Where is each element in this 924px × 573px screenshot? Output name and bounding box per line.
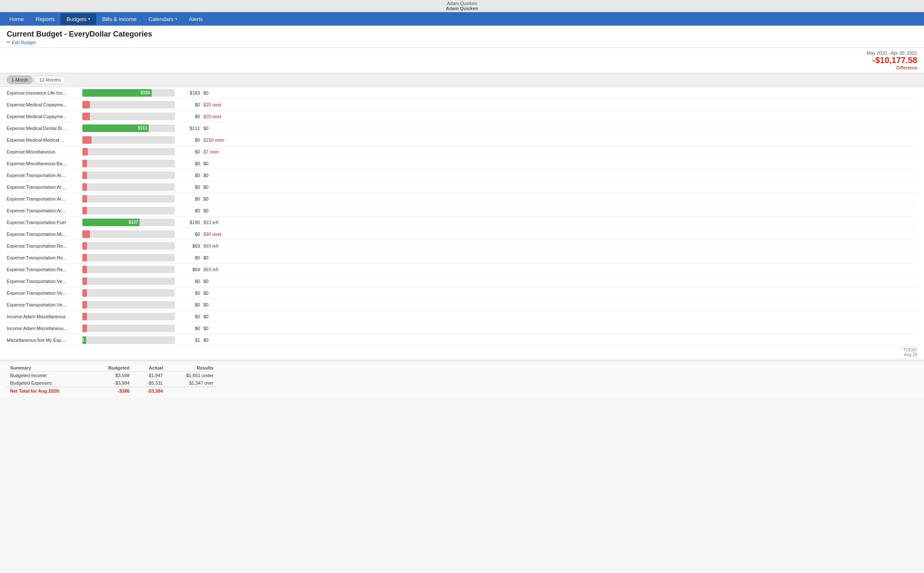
- budget-row: Expense:Medical:Medical ...$0$150 over: [7, 134, 917, 146]
- bar-fill: $1: [82, 336, 86, 344]
- budget-row: Expense:Transportation:Mi...$0$90 over: [7, 228, 917, 240]
- bar-container: [82, 183, 175, 191]
- row-status: $20 over: [203, 114, 237, 119]
- summary-row: Net Total for Aug 2020:-$386-$3,384: [7, 387, 217, 395]
- row-label: Expense:Transportation:Ve...: [7, 279, 82, 284]
- summary-row-results: $1,651 under: [166, 372, 217, 380]
- bar-container: [82, 289, 175, 297]
- row-status: $7 over: [203, 149, 237, 154]
- row-status: $90 over: [203, 232, 237, 237]
- bar-fill: [82, 277, 87, 285]
- bar-container: [82, 160, 175, 167]
- main-content: Expense:Insurance:Life Ins...$183$183$0E…: [0, 87, 924, 359]
- budget-row: Expense:Transportation:Re...$0$0: [7, 252, 917, 264]
- summary-header-budgeted: Budgeted: [91, 364, 133, 372]
- bar-container: [82, 207, 175, 214]
- bar-container: [82, 277, 175, 285]
- nav-bills-income[interactable]: Bills & Income: [96, 13, 142, 25]
- row-amount: $0: [179, 232, 200, 237]
- budget-row: Expense:Medical:Dental Bi...$111$111$0: [7, 122, 917, 134]
- row-label: Expense:Miscellaneous: [7, 149, 82, 154]
- bar-container: $1: [82, 336, 175, 344]
- row-label: Expense:Transportation:Ve...: [7, 302, 82, 307]
- budget-row: Expense:Transportation:Ar...$0$0: [7, 205, 917, 217]
- bar-container: [82, 113, 175, 120]
- row-label: Expense:Insurance:Life Ins...: [7, 90, 82, 95]
- row-status: $53 left: [203, 220, 237, 225]
- summary-row-actual: -$5,331: [133, 379, 166, 387]
- summary-row-budgeted: -$3,984: [91, 379, 133, 387]
- row-status: $0: [203, 338, 237, 343]
- summary-row-label: Net Total for Aug 2020:: [7, 387, 91, 395]
- summary-row: Budgeted Expenses:-$3,984-$5,331$1,347 o…: [7, 379, 217, 387]
- bar-container: [82, 301, 175, 309]
- row-amount: $0: [179, 314, 200, 319]
- bar-fill: [82, 325, 87, 332]
- edit-budget-link[interactable]: ✏ Edit Budget: [7, 40, 917, 45]
- twelve-months-toggle[interactable]: 12-Months: [34, 76, 66, 84]
- row-amount: $111: [179, 126, 200, 131]
- nav-alerts[interactable]: Alerts: [183, 13, 209, 25]
- bar-fill: [82, 266, 87, 273]
- row-amount: $0: [179, 255, 200, 260]
- budget-rows: Expense:Insurance:Life Ins...$183$183$0E…: [7, 87, 917, 346]
- row-label: Expense:Transportation:Re...: [7, 243, 82, 248]
- bar-fill: $137: [82, 219, 140, 226]
- nav-home[interactable]: Home: [3, 13, 30, 25]
- row-label: Expense:Transportation:Ve...: [7, 290, 82, 296]
- row-amount: $0: [179, 208, 200, 213]
- budgets-dropdown-arrow: ▾: [88, 17, 90, 21]
- row-label: Expense:Medical:Copayme...: [7, 102, 82, 107]
- row-label: Expense:Transportation:Re...: [7, 255, 82, 260]
- budget-row: Expense:Medical:Copayme...$0$20 over: [7, 111, 917, 122]
- bar-fill: [82, 183, 87, 191]
- today-label: TODAY: [903, 348, 917, 352]
- budget-row: Expense:Transportation:Re...$69$69 left: [7, 264, 917, 275]
- row-amount: $0: [179, 137, 200, 143]
- row-status: $0: [203, 185, 237, 190]
- row-status: $20 over: [203, 102, 237, 107]
- bar-fill: [82, 289, 87, 297]
- bar-container: [82, 136, 175, 144]
- app-name: Adam Quicken: [3, 1, 921, 6]
- bar-container: [82, 266, 175, 273]
- pencil-icon: ✏: [7, 40, 11, 45]
- row-status: $150 over: [203, 137, 237, 143]
- nav-budgets[interactable]: Budgets ▾: [61, 13, 96, 25]
- bar-container: $137: [82, 219, 175, 226]
- bar-container: [82, 242, 175, 250]
- bar-container: [82, 148, 175, 156]
- user-name: Adam Quicken: [3, 6, 921, 11]
- budget-row: Expense:Medical:Copayme...$0$20 over: [7, 99, 917, 111]
- date-range-header: May 2020 - Apr 30, 2021 -$10,177.58 Diff…: [0, 48, 924, 73]
- row-label: Expense:Transportation:Re...: [7, 267, 82, 272]
- budget-row: Expense:Miscellaneous$0$7 over: [7, 146, 917, 158]
- view-toggle: 1-Month 12-Months: [0, 73, 924, 87]
- bar-container: [82, 101, 175, 108]
- today-marker: TODAY Aug 29: [7, 346, 917, 359]
- summary-row-actual: $1,947: [133, 372, 166, 380]
- row-label: Expense:Miscellaneous:Ba...: [7, 161, 82, 166]
- date-range-diff: Difference: [867, 65, 917, 70]
- one-month-toggle[interactable]: 1-Month: [7, 76, 33, 84]
- row-status: $0: [203, 279, 237, 284]
- bar-fill: [82, 254, 87, 261]
- nav-reports[interactable]: Reports: [30, 13, 61, 25]
- bar-fill: $111: [82, 124, 149, 132]
- date-range-label: May 2020 - Apr 30, 2021: [867, 50, 917, 55]
- today-date: Aug 29: [904, 352, 917, 357]
- row-label: Expense:Transportation:Ar...: [7, 185, 82, 190]
- row-label: Expense:Medical:Medical ...: [7, 137, 82, 143]
- row-amount: $0: [179, 290, 200, 296]
- bar-fill: [82, 160, 87, 167]
- bar-fill: [82, 313, 87, 320]
- nav-calendars[interactable]: Calendars ▾: [142, 13, 183, 25]
- row-amount: $1: [179, 338, 200, 343]
- top-bar: Adam Quicken Adam Quicken: [0, 0, 924, 12]
- budget-row: Expense:Transportation:Ar...$0$0: [7, 193, 917, 205]
- page-header: Current Budget - EveryDollar Categories …: [0, 26, 924, 48]
- row-amount: $0: [179, 279, 200, 284]
- row-status: $0: [203, 326, 237, 331]
- row-amount: $0: [179, 185, 200, 190]
- bar-container: $183: [82, 89, 175, 97]
